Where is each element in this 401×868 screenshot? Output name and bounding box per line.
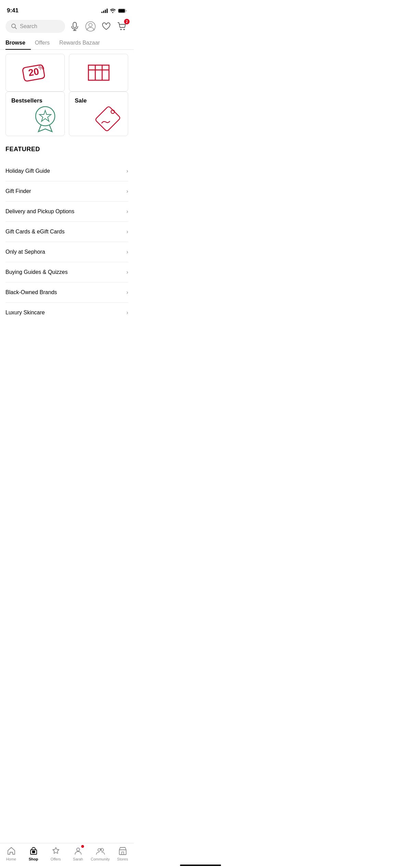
svg-text:20: 20: [27, 66, 40, 78]
sale-label: Sale: [75, 97, 122, 104]
list-item-label: Luxury Skincare: [5, 310, 45, 316]
svg-rect-1: [119, 9, 125, 12]
svg-marker-17: [39, 110, 51, 121]
chevron-right-icon: ›: [126, 188, 128, 194]
search-input-wrapper[interactable]: Search: [5, 20, 65, 33]
mic-icon: [71, 22, 78, 31]
search-placeholder: Search: [20, 23, 60, 29]
chevron-right-icon: ›: [126, 168, 128, 174]
list-item-holiday-gift-guide[interactable]: Holiday Gift Guide ›: [5, 161, 128, 181]
avatar-icon: [85, 21, 96, 32]
list-item-label: Buying Guides & Quizzes: [5, 269, 68, 275]
featured-section: FEATURED: [0, 140, 134, 161]
tab-offers[interactable]: Offers: [35, 36, 55, 49]
search-bar-container: Search: [0, 16, 134, 36]
top-category-row: 20 %: [0, 50, 134, 92]
mic-button[interactable]: [69, 20, 81, 33]
chevron-right-icon: ›: [126, 229, 128, 235]
status-icons: [101, 8, 127, 13]
bestsellers-label: Bestsellers: [11, 97, 59, 104]
tab-browse[interactable]: Browse: [5, 36, 31, 49]
svg-text:%: %: [38, 64, 45, 71]
heart-icon: [102, 22, 111, 31]
wifi-icon: [110, 8, 116, 13]
list-item-delivery-pickup[interactable]: Delivery and Pickup Options ›: [5, 202, 128, 222]
cart-badge: 2: [124, 19, 130, 24]
list-item-only-at-sephora[interactable]: Only at Sephora ›: [5, 242, 128, 262]
category-card-coupon[interactable]: 20 %: [5, 54, 65, 92]
wishlist-button[interactable]: [100, 20, 112, 33]
chevron-right-icon: ›: [126, 208, 128, 215]
list-item-buying-guides[interactable]: Buying Guides & Quizzes ›: [5, 262, 128, 282]
svg-point-7: [89, 23, 92, 27]
award-icon: [32, 104, 59, 135]
list-item-label: Delivery and Pickup Options: [5, 208, 74, 215]
list-item-gift-cards[interactable]: Gift Cards & eGift Cards ›: [5, 222, 128, 242]
list-item-label: Gift Finder: [5, 188, 31, 194]
svg-rect-12: [88, 65, 109, 80]
sale-tag-icon: [92, 104, 122, 135]
status-time: 9:41: [7, 7, 19, 14]
category-card-sale[interactable]: Sale: [69, 92, 128, 136]
category-grid: Bestsellers Sale: [0, 92, 134, 140]
list-item-label: Holiday Gift Guide: [5, 168, 50, 174]
list-item-label: Gift Cards & eGift Cards: [5, 229, 65, 235]
tab-rewards-bazaar[interactable]: Rewards Bazaar: [59, 36, 105, 49]
coupon-icon: 20 %: [18, 61, 52, 85]
svg-point-8: [120, 29, 122, 30]
list-item-label: Only at Sephora: [5, 249, 45, 255]
featured-title: FEATURED: [5, 146, 128, 153]
category-card-bestsellers[interactable]: Bestsellers: [5, 92, 65, 136]
list-item-black-owned-brands[interactable]: Black-Owned Brands ›: [5, 282, 128, 303]
tabs-container: Browse Offers Rewards Bazaar: [0, 36, 134, 50]
battery-icon: [118, 9, 127, 13]
cart-button[interactable]: 2: [116, 20, 128, 33]
svg-rect-3: [73, 22, 76, 28]
search-icon: [11, 23, 17, 29]
grid-icon: [85, 62, 112, 83]
featured-list: Holiday Gift Guide › Gift Finder › Deliv…: [0, 161, 134, 323]
profile-avatar-button[interactable]: [84, 20, 97, 33]
chevron-right-icon: ›: [126, 269, 128, 275]
status-bar: 9:41: [0, 0, 134, 16]
list-item-gift-finder[interactable]: Gift Finder ›: [5, 181, 128, 202]
signal-icon: [101, 8, 108, 13]
list-item-label: Black-Owned Brands: [5, 289, 57, 296]
category-card-grid[interactable]: [69, 54, 128, 92]
list-item-luxury-skincare[interactable]: Luxury Skincare ›: [5, 303, 128, 323]
chevron-right-icon: ›: [126, 249, 128, 255]
chevron-right-icon: ›: [126, 310, 128, 316]
svg-point-9: [123, 29, 125, 30]
chevron-right-icon: ›: [126, 289, 128, 296]
